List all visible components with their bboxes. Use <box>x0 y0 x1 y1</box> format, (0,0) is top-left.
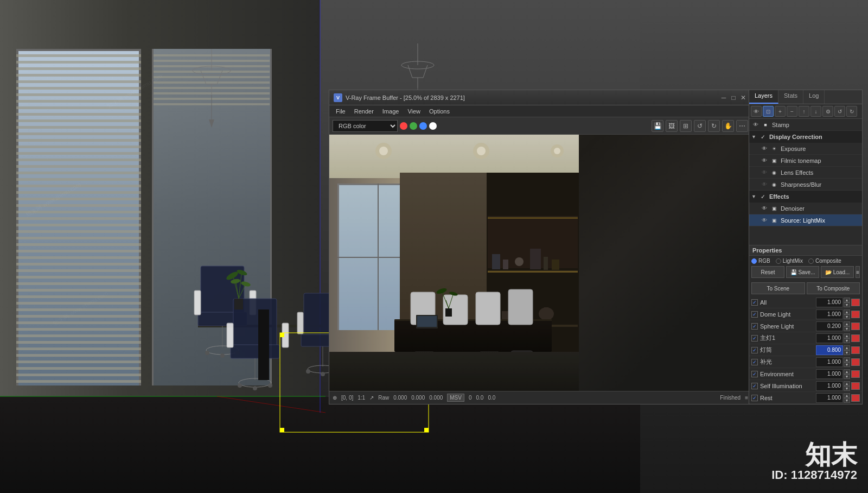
all-spin-down[interactable]: ▼ <box>844 302 850 307</box>
environment-color-swatch[interactable] <box>851 370 860 378</box>
layer-tool-eye[interactable]: 👁 <box>751 106 762 117</box>
fill-light-checkbox[interactable]: ✓ <box>751 359 758 365</box>
sphere-light-spin-down[interactable]: ▼ <box>844 326 850 331</box>
layer-tool-settings[interactable]: ⚙ <box>822 106 833 117</box>
maximize-button[interactable]: □ <box>730 94 737 102</box>
pan-btn[interactable]: ✋ <box>722 120 734 132</box>
more-btn[interactable]: ⋯ <box>736 120 748 132</box>
settings-btn[interactable]: ≡ <box>856 266 860 278</box>
rest-checkbox[interactable]: ✓ <box>751 395 758 401</box>
layer-tool-add[interactable]: + <box>775 106 786 117</box>
layer-sharpness[interactable]: 👁 ◉ Sharpness/Blur <box>749 179 862 191</box>
section-display-correction[interactable]: ▼ ✓ Display Correction <box>749 131 862 143</box>
image-btn[interactable]: 🖼 <box>666 120 678 132</box>
lightmix-radio[interactable] <box>776 258 781 264</box>
self-illumination-spin-down[interactable]: ▼ <box>844 386 850 391</box>
exposure-eye[interactable]: 👁 <box>760 144 769 153</box>
main-light-spin-up[interactable]: ▲ <box>844 333 850 338</box>
layer-filmic[interactable]: 👁 ▣ Filmic tonemap <box>749 155 862 167</box>
layer-tool-move-up[interactable]: ↑ <box>799 106 809 117</box>
layer-source-lightmix[interactable]: 👁 ▣ Source: LightMix <box>749 214 862 226</box>
menu-options[interactable]: Options <box>425 107 454 116</box>
dome-light-checkbox[interactable]: ✓ <box>751 311 758 318</box>
layer-stamp[interactable]: 👁 ■ Stamp <box>749 119 862 131</box>
minimize-button[interactable]: ─ <box>720 94 727 102</box>
green-channel-dot[interactable] <box>410 122 417 130</box>
tab-layers[interactable]: Layers <box>749 90 778 104</box>
all-spin-up[interactable]: ▲ <box>844 298 850 302</box>
main-light-color-swatch[interactable] <box>851 334 860 342</box>
fill-light-spin-down[interactable]: ▼ <box>844 362 850 367</box>
rest-spin-down[interactable]: ▼ <box>844 398 850 403</box>
lens-eye[interactable]: 👁 <box>760 168 769 177</box>
self-illumination-spin-up[interactable]: ▲ <box>844 381 850 386</box>
save-btn[interactable]: 💾 Save... <box>786 266 819 278</box>
redo-btn[interactable]: ↻ <box>708 120 720 132</box>
layer-denoiser[interactable]: 👁 ▣ Denoiser <box>749 203 862 214</box>
tab-stats[interactable]: Stats <box>778 90 803 104</box>
layer-tool-redo[interactable]: ↻ <box>846 106 857 117</box>
environment-checkbox[interactable]: ✓ <box>751 371 758 377</box>
lightmix-eye[interactable]: 👁 <box>760 216 769 225</box>
lamp-spin-up[interactable]: ▲ <box>844 345 850 350</box>
main-light-checkbox[interactable]: ✓ <box>751 335 758 342</box>
fill-light-color-swatch[interactable] <box>851 358 860 366</box>
layer-tool-move-down[interactable]: ↓ <box>810 106 821 117</box>
prop-tab-lightmix[interactable]: LightMix <box>776 258 803 264</box>
grid-btn[interactable]: ⊞ <box>680 120 692 132</box>
load-btn[interactable]: 📂 Load... <box>821 266 854 278</box>
sphere-light-spin-up[interactable]: ▲ <box>844 321 850 326</box>
prop-tab-composite[interactable]: Composite <box>808 258 841 264</box>
main-light-spin-down[interactable]: ▼ <box>844 338 850 343</box>
self-illumination-value[interactable]: 1.000 <box>816 381 843 391</box>
layer-tool-delete[interactable]: − <box>787 106 797 117</box>
sphere-light-value[interactable]: 0.200 <box>816 321 843 331</box>
environment-spin-down[interactable]: ▼ <box>844 374 850 379</box>
menu-image[interactable]: Image <box>378 107 404 116</box>
fill-light-value[interactable]: 1.000 <box>816 357 843 367</box>
layer-tool-undo[interactable]: ↺ <box>834 106 845 117</box>
all-checkbox[interactable]: ✓ <box>751 299 758 306</box>
blue-channel-dot[interactable] <box>419 122 427 130</box>
composite-radio[interactable] <box>808 258 814 264</box>
dome-light-spin-up[interactable]: ▲ <box>844 309 850 314</box>
lamp-checkbox[interactable]: ✓ <box>751 347 758 353</box>
dome-light-color-swatch[interactable] <box>851 311 860 318</box>
white-channel-dot[interactable] <box>429 122 437 130</box>
self-illumination-checkbox[interactable]: ✓ <box>751 383 758 389</box>
menu-render[interactable]: Render <box>350 107 378 116</box>
panel-collapse-btn[interactable]: ≡ <box>745 395 748 401</box>
lamp-color-swatch[interactable] <box>851 346 860 354</box>
self-illumination-color-swatch[interactable] <box>851 382 860 390</box>
filmic-eye[interactable]: 👁 <box>760 156 769 165</box>
tab-log[interactable]: Log <box>803 90 825 104</box>
layer-tool-select[interactable]: ⊡ <box>763 106 774 117</box>
prop-tab-rgb[interactable]: RGB <box>751 258 770 264</box>
rgb-radio[interactable] <box>751 258 757 264</box>
red-channel-dot[interactable] <box>400 122 407 130</box>
save-render-btn[interactable]: 💾 <box>652 120 663 132</box>
to-composite-btn[interactable]: To Composite <box>807 282 860 294</box>
sharpness-eye[interactable]: 👁 <box>760 180 769 189</box>
lamp-value[interactable]: 0.800 <box>816 345 843 355</box>
to-scene-btn[interactable]: To Scene <box>751 282 805 294</box>
environment-value[interactable]: 1.000 <box>816 369 843 379</box>
stamp-visibility-icon[interactable]: 👁 <box>751 121 760 129</box>
effects-eye[interactable]: ✓ <box>758 192 767 201</box>
all-value[interactable]: 1.000 <box>816 298 843 307</box>
sphere-light-checkbox[interactable]: ✓ <box>751 323 758 330</box>
reset-btn[interactable]: Reset <box>751 266 784 278</box>
rest-color-swatch[interactable] <box>851 394 860 402</box>
rest-value[interactable]: 1.000 <box>816 393 843 403</box>
denoiser-eye[interactable]: 👁 <box>760 204 769 213</box>
layer-lens-effects[interactable]: 👁 ◉ Lens Effects <box>749 167 862 179</box>
main-light-value[interactable]: 1.000 <box>816 333 843 343</box>
channel-select[interactable]: RGB color <box>333 120 398 132</box>
undo-btn[interactable]: ↺ <box>694 120 706 132</box>
all-color-swatch[interactable] <box>851 299 860 306</box>
layer-exposure[interactable]: 👁 ☀ Exposure <box>749 143 862 155</box>
close-button[interactable]: ✕ <box>739 94 747 102</box>
dome-light-spin-down[interactable]: ▼ <box>844 314 850 319</box>
menu-file[interactable]: File <box>331 107 350 116</box>
lamp-spin-down[interactable]: ▼ <box>844 350 850 355</box>
